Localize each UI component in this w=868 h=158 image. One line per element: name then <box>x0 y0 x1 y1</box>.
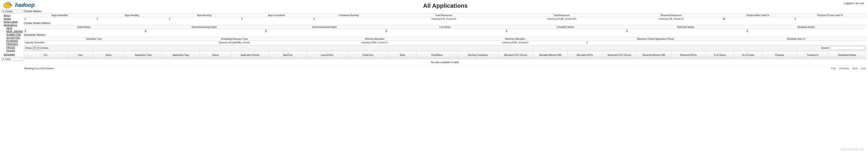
col-start-time[interactable]: StartTime <box>269 51 307 59</box>
sidebar-item-scheduler[interactable]: Scheduler <box>4 53 15 56</box>
col-launch-time[interactable]: LaunchTime <box>307 51 347 59</box>
val-scheduler-type: Capacity Scheduler <box>24 41 164 44</box>
col-queue[interactable]: Queue <box>200 51 231 59</box>
svg-text:hadoop: hadoop <box>15 2 35 8</box>
col-finish-time[interactable]: FinishTime <box>347 51 388 59</box>
col-unhealthy-nodes[interactable]: Unhealthy Nodes <box>505 26 625 29</box>
chevron-right-icon <box>3 10 4 12</box>
col-progress[interactable]: Progress <box>762 51 797 59</box>
val-total-resources: <memory:24 GB, vCores:24> <box>503 17 621 21</box>
col-scheduler-type[interactable]: Scheduler Type <box>24 37 164 41</box>
col-apps-pending[interactable]: Apps Pending <box>96 14 168 17</box>
elephant-icon <box>2 1 13 9</box>
col-app-tags[interactable]: Application Tags <box>162 51 200 59</box>
col-apps-submitted[interactable]: Apps Submitted <box>24 14 96 17</box>
sidebar-item-submitted[interactable]: SUBMITTED <box>6 33 21 36</box>
col-shutdown-nodes[interactable]: Shutdown Nodes <box>746 26 866 29</box>
pager-first[interactable]: First <box>831 67 836 70</box>
val-rebooted-nodes: 0 <box>625 29 746 33</box>
col-max-priority[interactable]: Maximum Cluster Application Priority <box>585 37 726 41</box>
search-input[interactable] <box>830 46 865 50</box>
heading-cluster-metrics: Cluster Metrics <box>24 10 866 13</box>
sidebar-item-accepted[interactable]: ACCEPTED <box>6 36 20 39</box>
page-title: All Applications <box>47 1 844 9</box>
col-app-type[interactable]: Application Type <box>124 51 162 59</box>
length-control: Show 20 entries <box>25 46 49 50</box>
col-busy[interactable]: Scheduler Busy % <box>726 37 866 41</box>
col-max-alloc[interactable]: Maximum Allocation <box>445 37 585 41</box>
col-lost-nodes[interactable]: Lost Nodes <box>385 26 505 29</box>
val-apps-pending: 0 <box>96 17 168 21</box>
login-info: Logged in as: root <box>844 1 866 5</box>
col-state[interactable]: State <box>389 51 417 59</box>
col-apps-completed[interactable]: Apps Completed <box>240 14 312 17</box>
col-rebooted-nodes[interactable]: Rebooted Nodes <box>625 26 746 29</box>
col-res-cpu[interactable]: Reserved CPU VCores <box>602 51 637 59</box>
sidebar-item-about[interactable]: About <box>4 14 10 17</box>
val-used-resources: <memory:0 B, vCores:0> <box>385 17 503 21</box>
col-res-mem[interactable]: Reserved Memory MB <box>637 51 671 59</box>
col-decommissioned-nodes[interactable]: Decommissioned Nodes <box>265 26 385 29</box>
sidebar-item-failed[interactable]: FAILED <box>6 46 15 49</box>
empty-message: No data available in table <box>24 59 866 66</box>
sidebar-item-killed[interactable]: KILLED <box>6 49 15 52</box>
hadoop-text-icon: hadoop <box>15 1 47 9</box>
pager-last[interactable]: Last <box>861 67 866 70</box>
val-reserved-resources: <memory:0 B, vCores:0> <box>621 17 722 21</box>
val-phys-vcores: 0 <box>794 17 866 21</box>
col-total-resources[interactable]: Total Resources <box>503 14 621 17</box>
heading-scheduler-metrics: Scheduler Metrics <box>24 33 866 37</box>
sidebar-item-new[interactable]: NEW <box>6 27 12 30</box>
col-tracking-ui[interactable]: Tracking UI <box>797 51 828 59</box>
col-blacklisted[interactable]: Blacklisted Nodes <box>828 51 866 59</box>
scheduler-metrics-table: Scheduler Type Scheduling Resource Type … <box>24 37 866 44</box>
col-decommissioning-nodes[interactable]: Decommissioning Nodes <box>144 26 265 29</box>
heading-nodes-metrics: Cluster Nodes Metrics <box>24 22 866 25</box>
sidebar-section-tools[interactable]: Tools <box>1 57 23 61</box>
pager-next[interactable]: Next <box>852 67 858 70</box>
col-active-nodes[interactable]: Active Nodes <box>24 26 144 29</box>
sidebar-section-cluster[interactable]: Cluster <box>1 9 23 13</box>
sidebar-item-finished[interactable]: FINISHED <box>6 43 18 45</box>
search-control: Search: <box>821 46 865 50</box>
col-min-alloc[interactable]: Minimum Allocation <box>304 37 445 41</box>
col-phys-mem[interactable]: Physical Mem Used % <box>722 14 794 17</box>
col-phys-vcores[interactable]: Physical VCores Used % <box>794 14 866 17</box>
val-unhealthy-nodes: 0 <box>505 29 625 33</box>
val-phys-mem: 56 <box>722 17 794 21</box>
sidebar-item-node-labels[interactable]: Node Labels <box>4 21 18 23</box>
col-alloc-cpu[interactable]: Allocated CPU VCores <box>498 51 533 59</box>
col-alloc-mem[interactable]: Allocated Memory MB <box>533 51 567 59</box>
svg-point-2 <box>9 3 9 4</box>
col-running-containers[interactable]: Running Containers <box>458 51 498 59</box>
pager-prev[interactable]: Previous <box>839 67 849 70</box>
sidebar-item-nodes[interactable]: Nodes <box>4 17 11 20</box>
col-containers-running[interactable]: Containers Running <box>313 14 385 17</box>
col-res-gpus[interactable]: Reserved GPUs <box>671 51 706 59</box>
col-apps-running[interactable]: Apps Running <box>168 14 240 17</box>
page-length-select[interactable]: 20 <box>32 46 40 50</box>
val-max-priority: 0 <box>585 41 726 44</box>
chevron-right-icon <box>3 58 4 60</box>
col-id[interactable]: ID▾ <box>24 51 68 59</box>
col-resource-type[interactable]: Scheduling Resource Type <box>164 37 305 41</box>
sidebar-item-applications[interactable]: Applications <box>4 24 17 26</box>
val-decommissioned-nodes: 0 <box>265 29 385 33</box>
val-apps-submitted: 0 <box>24 17 96 21</box>
col-name[interactable]: Name <box>93 51 124 59</box>
sidebar-item-new-saving[interactable]: NEW_SAVING <box>6 30 23 33</box>
col-reserved-resources[interactable]: Reserved Resources <box>621 14 722 17</box>
col-final-status[interactable]: FinalStatus <box>417 51 458 59</box>
col-pct-cluster[interactable]: % of Cluster <box>734 51 762 59</box>
svg-point-1 <box>7 2 10 5</box>
val-max-alloc: <memory:8192, vCores:4> <box>445 41 585 44</box>
col-alloc-gpus[interactable]: Allocated GPUs <box>567 51 602 59</box>
col-user[interactable]: User <box>68 51 93 59</box>
val-apps-running: 0 <box>168 17 240 21</box>
col-app-priority[interactable]: Application Priority <box>231 51 269 59</box>
col-used-resources[interactable]: Used Resources <box>385 14 503 17</box>
table-info: Showing 0 to 0 of 0 entries <box>24 67 54 70</box>
val-decommissioning-nodes: 0 <box>144 29 265 33</box>
sidebar-item-running[interactable]: RUNNING <box>6 40 18 42</box>
col-pct-queue[interactable]: % of Queue <box>706 51 734 59</box>
